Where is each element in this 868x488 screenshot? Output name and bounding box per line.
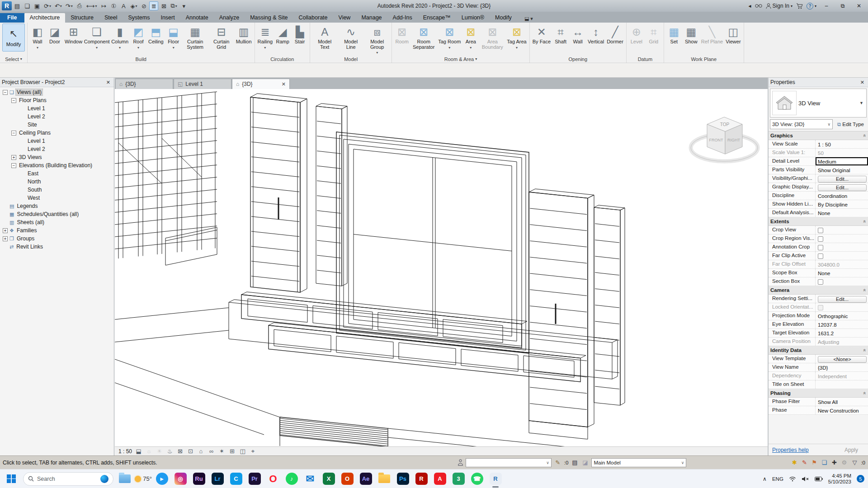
crop-view-icon[interactable]: ⊠ — [176, 448, 184, 455]
ribbon-tab-structure[interactable]: Structure — [65, 13, 99, 23]
property-value[interactable]: Edit... — [816, 174, 868, 183]
properties-header[interactable]: Properties ✕ — [769, 78, 868, 87]
property-value[interactable] — [816, 380, 868, 389]
type-dropdown-icon[interactable]: ▼ — [859, 101, 866, 105]
ramp-tool[interactable]: ◢Ramp — [274, 23, 291, 55]
drag-on-selection-icon[interactable]: ✚ — [830, 459, 838, 466]
editing-requests-icon[interactable]: ✎ — [554, 459, 562, 466]
property-edit-button[interactable]: <None> — [818, 356, 867, 363]
tree-item[interactable]: −❏Views (all) — [0, 88, 114, 96]
mullion-tool[interactable]: ▥Mullion — [235, 23, 253, 55]
customize-qat-icon[interactable]: ▾ — [179, 1, 189, 10]
property-value[interactable]: 50 — [816, 149, 868, 157]
close-hidden-windows-icon[interactable]: ⊠ — [159, 1, 168, 10]
collapse-section-icon[interactable]: « — [862, 289, 868, 291]
tree-item[interactable]: Level 2 — [0, 113, 114, 121]
ribbon-tab-file[interactable]: File — [0, 13, 24, 23]
view-cube[interactable]: TOP FRONT RIGHT — [691, 117, 758, 161]
sun-path-icon[interactable]: ☼ — [145, 448, 153, 455]
tree-item[interactable]: ▤Legends — [0, 202, 114, 210]
drawing-area[interactable]: TOP FRONT RIGHT — [115, 89, 768, 446]
tree-expand-plus-icon[interactable]: + — [3, 228, 8, 233]
taskbar-app-excel[interactable]: X — [321, 472, 336, 486]
wifi-icon[interactable] — [789, 476, 796, 482]
tree-expand-minus-icon[interactable]: − — [11, 131, 16, 136]
close-browser-icon[interactable]: ✕ — [104, 80, 112, 85]
taskbar-app-reader[interactable]: R — [414, 472, 429, 486]
edit-type-button[interactable]: ⧉ Edit Type — [835, 119, 867, 129]
shaft-opening-tool[interactable]: ⌗Shaft — [552, 23, 569, 55]
select-underlay-icon[interactable]: ✎ — [800, 459, 808, 466]
tree-item[interactable]: Level 1 — [0, 104, 114, 113]
property-value[interactable]: 1 : 50 — [816, 140, 868, 148]
curtain-system-tool[interactable]: ▦Curtain System — [182, 23, 208, 55]
taskbar-app-green-3-app[interactable]: 3 — [451, 472, 466, 486]
crop-region-icon[interactable]: ⊡ — [187, 448, 194, 455]
ribbon-tab-lumion-[interactable]: Lumion® — [456, 13, 490, 23]
tree-item[interactable]: Level 2 — [0, 145, 114, 153]
rendering-dialog-icon[interactable]: ♨ — [166, 448, 174, 455]
property-value[interactable]: Independent — [816, 372, 868, 380]
checkbox[interactable] — [818, 305, 823, 310]
model-group-tool[interactable]: ⧈Model Group▾ — [364, 23, 390, 56]
property-value[interactable]: Adjusting — [816, 338, 868, 346]
tree-item[interactable]: Level 1 — [0, 137, 114, 145]
taskbar-app-opera[interactable]: O — [266, 472, 280, 486]
model-line-tool[interactable]: ∿Model Line — [338, 23, 364, 56]
vertical-opening-tool[interactable]: ↕Vertical — [586, 23, 605, 55]
close-view-tab-icon[interactable]: ✕ — [282, 81, 286, 87]
tree-item[interactable]: Site — [0, 121, 114, 129]
reveal-hidden-elements-icon[interactable]: ✶ — [218, 448, 226, 455]
thin-lines-icon[interactable]: ≣ — [149, 1, 158, 10]
property-edit-button[interactable]: Edit... — [818, 296, 867, 303]
taskbar-app-whatsapp[interactable]: ☎ — [470, 472, 484, 486]
property-edit-button[interactable]: Edit... — [818, 184, 867, 191]
ribbon-tab-steel[interactable]: Steel — [99, 13, 123, 23]
property-value[interactable]: New Construction — [816, 406, 868, 414]
taskbar-app-office[interactable]: O — [340, 472, 354, 486]
ribbon-tab-view[interactable]: View — [333, 13, 356, 23]
start-button[interactable] — [4, 471, 19, 487]
railing-tool[interactable]: ≣Railing▾ — [256, 23, 274, 55]
property-value[interactable]: None — [816, 209, 868, 217]
sign-in-button[interactable]: Sign In ▾ — [766, 3, 793, 9]
tree-expand-minus-icon[interactable]: − — [11, 163, 16, 168]
taskbar-app-file-explorer[interactable] — [118, 472, 132, 486]
switch-windows-icon[interactable]: ⧉▾ — [169, 1, 178, 10]
view-tab[interactable]: ◱Level 1 — [174, 79, 231, 89]
view-tab[interactable]: ⌂{3D}✕ — [232, 79, 290, 89]
section-icon[interactable]: ⊘ — [139, 1, 148, 10]
component-tool[interactable]: ❏Component▾ — [84, 23, 110, 55]
collapse-section-icon[interactable]: « — [862, 349, 868, 352]
ribbon-tab-massing-site[interactable]: Massing & Site — [245, 13, 293, 23]
tree-item[interactable]: −Ceiling Plans — [0, 129, 114, 137]
tree-item[interactable]: South — [0, 186, 114, 194]
settings-icon[interactable]: ⚙ — [840, 459, 848, 466]
taskbar-app-red-a-app[interactable]: A — [433, 472, 447, 486]
tree-item[interactable]: −Floor Plans — [0, 96, 114, 104]
notification-badge[interactable]: 5 — [857, 475, 864, 483]
property-value[interactable]: 1631.2 — [816, 329, 868, 337]
tree-expand-minus-icon[interactable]: − — [3, 90, 8, 95]
checkbox[interactable] — [818, 279, 823, 285]
project-browser-header[interactable]: Project Browser - Project2 ✕ — [0, 78, 114, 87]
property-value[interactable]: {3D} — [816, 363, 868, 371]
language-indicator[interactable]: ENG — [772, 476, 783, 482]
model-text-tool[interactable]: AModel Text — [311, 23, 338, 56]
ceiling-tool[interactable]: ⬒Ceiling — [147, 23, 165, 55]
collapse-section-icon[interactable]: « — [862, 220, 868, 223]
sync-icon[interactable]: ⟳▾ — [42, 1, 52, 10]
tag-area-tool[interactable]: ⊠Tag Area▾ — [505, 23, 528, 55]
property-value[interactable] — [816, 303, 868, 311]
select-pinned-icon[interactable]: ⚑ — [810, 459, 818, 466]
modify-button[interactable]: ↖ Modify — [2, 23, 25, 52]
worksets-icon[interactable] — [458, 459, 463, 466]
stair-tool[interactable]: ▙Stair — [291, 23, 308, 55]
temporary-hide-isolate-icon[interactable]: ∞ — [208, 448, 215, 455]
select-by-face-icon[interactable]: ❏ — [820, 459, 828, 466]
property-value[interactable]: 12037.8 — [816, 320, 868, 328]
property-value[interactable]: 304800.0 — [816, 260, 868, 268]
shadows-icon[interactable]: ☀ — [156, 448, 163, 455]
door-tool[interactable]: ◪Door — [46, 23, 63, 55]
selection-filter-icon[interactable]: ▽ — [850, 459, 859, 466]
